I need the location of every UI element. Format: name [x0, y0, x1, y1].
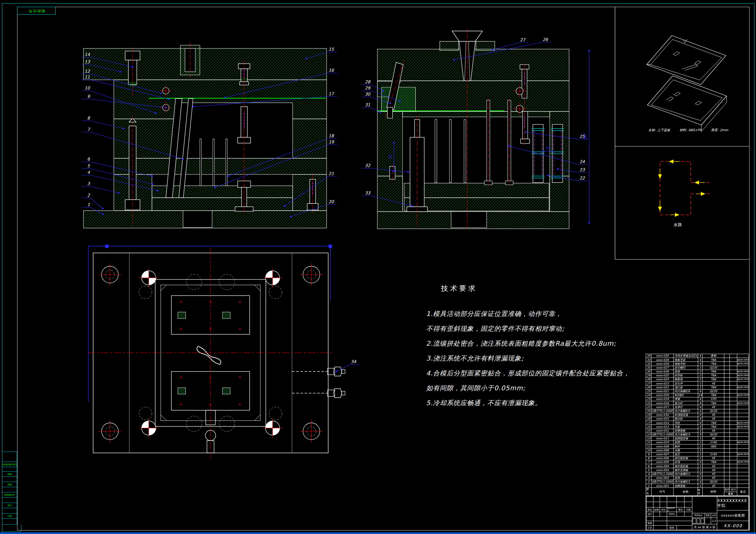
bom-header-unit: 单件 [724, 488, 730, 492]
bom-row: 12xxxx-010型腔1Cr40热处40-45HRc [646, 441, 749, 445]
bom-row: 1xxxx-001动模座板145 [646, 484, 749, 488]
callout-6: 6 [87, 157, 91, 162]
svg-text:50: 50 [546, 146, 550, 150]
tech-req-line-3: 2.流镶拼处密合，浇注系统表面粗糙度参数Ra最大允许0.8um; [426, 336, 633, 351]
bom-row: 11xxxx-009制件2ABS [646, 445, 749, 448]
cad-drawing-sheet: 图样代号 [0, 0, 756, 534]
bom-header-code: 代号 [652, 488, 674, 496]
section-view-front[interactable] [83, 43, 327, 228]
technical-requirements[interactable]: 技术要求 1.模具活动部分应保证位置准确，动作可靠，不得有歪斜现象，固定的零件不… [426, 284, 633, 410]
tech-req-line-6: 如有间隙，其间隙小于0.05mm; [426, 381, 633, 395]
bom-row: 22xxxx-018复位杆4T8A热处50-55HRC [646, 401, 749, 405]
caption-thickness-label: 厚度: [711, 128, 718, 132]
tb-label-standard: 标准化 [667, 512, 677, 517]
bom-row: 30xxxx-026滑块2T8A热处50-55HRc [646, 370, 749, 374]
tb-school-name: XXXXXXXXXX学院 [717, 496, 749, 510]
bom-table[interactable]: 34xxxx-030冷却水管接头GZ1/44黄铜33xxxx-029推板导套4T… [646, 354, 749, 496]
caption-material-value: ABS+PS [688, 128, 702, 132]
callout-19: 19 [329, 140, 334, 144]
bom-row: 19xxxx-016斜顶固定板445 [646, 413, 749, 417]
bom-header-seq: 序号 [646, 488, 652, 496]
svg-text:387: 387 [583, 133, 587, 140]
bom-header-row: 序号 代号 名称 数量 材料 单件 总计 重量 备注 [646, 488, 749, 496]
tech-req-title: 技术要求 [441, 284, 633, 293]
bom-row: 25xxxx-021内六角螺钉64Q235 [646, 390, 749, 394]
tb-label-process: 工艺 [646, 525, 654, 530]
bom-row: 34xxxx-030冷却水管接头GZ1/44黄铜 [646, 354, 749, 358]
side-strip-spacer [2, 477, 17, 482]
bom-row: 18xxxx-015限位柱445 [646, 417, 749, 421]
callout-14: 14 [84, 52, 90, 57]
callout-10: 10 [84, 86, 90, 90]
water-circuit-diagram[interactable]: 水路 [658, 160, 710, 227]
tech-req-line-2: 不得有歪斜现象，固定的零件不得有相对窜动; [426, 321, 633, 336]
callout-15: 15 [329, 47, 334, 52]
callout-28: 28 [365, 80, 370, 84]
tb-label-design: 设计 [646, 512, 654, 517]
bom-row: 14GB/T70.1-2000内六角螺钉34Q235 [646, 433, 749, 437]
bom-row: 31xxxx-027定位螺钉1Q235 [646, 366, 749, 370]
tb-label-date: 日期 [684, 507, 692, 512]
title-block[interactable]: 标记 处数 分区 更改文件号 签名 日期 设计 标准化 审核 工艺 批准 阶段标… [646, 496, 749, 530]
callout-18: 18 [329, 134, 334, 138]
side-strip-spacer [2, 525, 21, 532]
tb-sheets: 共 xx 张 第 x 张 [692, 524, 717, 530]
tb-label-count: 处数 [653, 507, 660, 512]
section-view-side[interactable] [377, 28, 569, 229]
side-strip-spacer [2, 508, 17, 514]
bom-header-name: 名称 [674, 488, 698, 496]
bom-row: 21xxxx-017支承钉445 [646, 405, 749, 409]
plan-view[interactable] [88, 245, 345, 458]
callout-29: 29 [365, 86, 370, 90]
part-3d-bottom-cover [647, 76, 727, 132]
part-3d-caption: 名称:上下盖板 材料:ABS+PS 厚度:2mm [648, 128, 745, 133]
caption-name-label: 名称: [648, 128, 656, 132]
bom-row: 5xxxx-003推杆支撑板145 [646, 468, 749, 472]
bom-header-total: 总计 [730, 488, 737, 492]
side-strip-label: 签字 [2, 503, 17, 508]
callout-24: 24 [580, 159, 585, 164]
tb-label-scale: 比例 [711, 513, 717, 518]
bom-row: 3xxxx-002垫块245 [646, 476, 749, 480]
tb-label-change-file: 更改文件号 [667, 507, 677, 512]
callout-33: 33 [365, 191, 370, 195]
bom-rows: 34xxxx-030冷却水管接头GZ1/44黄铜33xxxx-029推板导套4T… [646, 354, 749, 488]
bom-row: 8xxxx-006型芯固定板145 [646, 456, 749, 460]
bom-row: 15xxxx-012定模座板145 [646, 429, 749, 433]
side-strip-label: 旧底图总号 [2, 492, 17, 497]
drawing-canvas[interactable]: 水路 1413121110987654321151617181921202726… [0, 0, 756, 534]
part-3d-views[interactable] [647, 36, 727, 132]
side-strip-spacer [2, 519, 17, 525]
bom-row: 20GB/T70.1-2000内六角螺钉54Q235 [646, 409, 749, 413]
tb-label-weight: 重量 [705, 513, 711, 518]
bom-row: 29xxxx-025斜导柱2T8A热处50-55HRc [646, 374, 749, 378]
bom-row: 13xxxx-011型腔固定板145 [646, 437, 749, 441]
bom-header-weight-group: 单件 总计 重量 [724, 488, 737, 496]
callout-1: 1 [87, 202, 90, 207]
caption-material-label: 材料: [680, 128, 687, 132]
bom-row: 28xxxx-024楔紧块2T8A热处50-55HRc [646, 378, 749, 382]
bom-row: 2GB/T70.1-2000内六角螺钉14Q235 [646, 480, 749, 484]
border-side-strip: 借(通)用件登记描图描校旧底图总号签字日期 [2, 452, 17, 532]
tb-label-zone: 分区 [660, 507, 667, 512]
callout-7: 7 [87, 127, 91, 132]
callout-31: 31 [365, 102, 370, 107]
callout-26: 26 [543, 37, 549, 42]
tech-req-line-5: 4.合模后分型面紧密贴合，形成部位的固定镶件配合处应紧密贴合， [426, 366, 633, 381]
callout-12: 12 [84, 69, 90, 74]
side-strip-spacer [2, 452, 17, 462]
tb-label-stage: 阶段标记 [692, 513, 705, 518]
side-strip-label: 描图 [2, 472, 17, 477]
svg-text:50: 50 [388, 154, 392, 159]
flow-arrows [658, 160, 705, 216]
bom-row: 27xxxx-023定位环145 [646, 382, 749, 385]
bom-header-remark: 备注 [737, 488, 749, 496]
tb-label-mark: 标记 [646, 507, 654, 512]
caption-thickness-value: 2mm [720, 128, 728, 132]
bom-row: 33xxxx-029推板导套4T8A热处50-55HRc [646, 358, 749, 362]
part-3d-top-cover [647, 36, 726, 85]
water-circuit-label: 水路 [674, 222, 682, 227]
tb-label-audit: 审核 [646, 521, 654, 525]
bom-row: 6xxxx-004推杆固定板145 [646, 464, 749, 468]
callout-20: 20 [329, 199, 334, 204]
